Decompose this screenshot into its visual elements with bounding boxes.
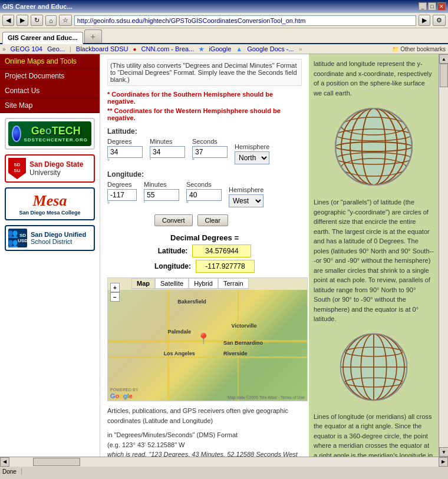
forward-button[interactable]: ▶ xyxy=(17,15,28,26)
lon-degree-symbol: ° xyxy=(107,201,137,207)
lat-hemisphere-select[interactable]: North South xyxy=(235,151,269,164)
map-label-victorville: Victorville xyxy=(232,323,257,329)
svg-text:SU: SU xyxy=(14,168,20,173)
latitude-label: Latitude: xyxy=(107,127,302,136)
bookmark-geog104[interactable]: GEOG 104 xyxy=(11,45,42,52)
decimal-title: Decimal Degrees = xyxy=(107,233,302,242)
map-tab-terrain[interactable]: Terrain xyxy=(218,278,249,289)
sidebar-item-project-docs[interactable]: Project Documents xyxy=(0,69,100,84)
lat-degrees-input[interactable] xyxy=(107,146,143,158)
zoom-out-button[interactable]: − xyxy=(110,292,120,302)
nav-bar: ◀ ▶ ↻ ⌂ ☆ ▶ ⚙ xyxy=(0,13,448,28)
lon-degrees-input[interactable] xyxy=(107,189,137,201)
status-text: Done xyxy=(2,468,22,475)
sidebar-item-site-map[interactable]: Site Map xyxy=(0,98,100,113)
bookmarks-bar: » GEOG 104 Geo... | Blackboard SDSU ● CN… xyxy=(0,44,448,54)
decimal-lon-row: Longitude: -117.927778 xyxy=(107,260,302,273)
convert-button[interactable]: Convert xyxy=(154,214,193,226)
scroll-right-button[interactable]: ▶ xyxy=(439,457,448,467)
longitude-label: Longitude: xyxy=(107,170,302,179)
bookmark-button[interactable]: ☆ xyxy=(59,15,72,26)
lat-minutes-label: Minutes xyxy=(150,138,185,145)
map-tab-map[interactable]: Map xyxy=(131,278,155,289)
globe-svg-1 xyxy=(330,103,418,191)
geotech-logo[interactable]: GeoTECH SDSTECHCENTER.ORG xyxy=(5,118,95,150)
h-scroll-track[interactable] xyxy=(9,457,439,467)
sidebar-item-contact-us[interactable]: Contact Us xyxy=(0,84,100,98)
scroll-up-button[interactable]: ▲ xyxy=(439,54,448,64)
map-label-palmdale: Palmdale xyxy=(167,329,191,335)
sdsu-text: San Diego State University xyxy=(29,160,83,177)
sidebar: Online Maps and Tools Project Documents … xyxy=(0,54,100,457)
address-bar[interactable] xyxy=(74,15,416,26)
longitude-inputs: Degrees ° Minutes ' Seconds " xyxy=(107,181,302,207)
decimal-section: Decimal Degrees = Latitude: 34.576944 Lo… xyxy=(107,233,302,273)
decimal-lat-label: Latitude: xyxy=(158,247,188,255)
lon-minutes-input[interactable] xyxy=(144,189,179,201)
latitude-section: Latitude: Degrees ° Minutes ' Seconds xyxy=(107,127,302,164)
scroll-thumb[interactable] xyxy=(440,64,448,87)
globe-svg-2 xyxy=(335,329,412,405)
sidebar-item-online-maps[interactable]: Online Maps and Tools xyxy=(0,54,100,69)
bookmark-geo[interactable]: Geo... xyxy=(47,45,65,52)
close-button[interactable]: ✕ xyxy=(437,2,446,11)
geotech-logo-inner: GeoTECH SDSTECHCENTER.ORG xyxy=(8,121,91,146)
back-button[interactable]: ◀ xyxy=(2,15,14,26)
tools-button[interactable]: ⚙ xyxy=(433,15,446,26)
decimal-lon-label: Longitude: xyxy=(154,262,191,270)
tab-active[interactable]: GIS Career and Educ... xyxy=(2,32,83,44)
scroll-down-button[interactable]: ▼ xyxy=(439,447,448,457)
lon-minutes-symbol: ' xyxy=(144,201,179,207)
tab-new[interactable]: + xyxy=(84,29,102,43)
bookmark-blackboard[interactable]: Blackboard SDSU xyxy=(76,45,129,52)
map-label-bakersfield: Bakersfield xyxy=(177,299,206,305)
clear-button[interactable]: Clear xyxy=(197,214,228,226)
powered-by: POWERED BY Google xyxy=(110,387,138,399)
zoom-in-button[interactable]: + xyxy=(110,283,120,292)
mesa-subtext: San Diego Mesa College xyxy=(9,210,90,216)
lon-hemisphere-select[interactable]: West East xyxy=(229,194,263,207)
go-button[interactable]: ▶ xyxy=(419,15,430,26)
sdusd-logo[interactable]: 👥👥 SDUSD San Diego Unified School Distri… xyxy=(5,225,95,251)
map-label-la: Los Angeles xyxy=(164,351,195,356)
main-content: (This utility also converts "Degrees and… xyxy=(100,54,448,457)
scroll-left-button[interactable]: ◀ xyxy=(0,457,9,467)
h-scroll-thumb[interactable] xyxy=(33,458,80,466)
lon-minutes-label: Minutes xyxy=(144,181,179,188)
lon-seconds-symbol: " xyxy=(186,201,222,207)
map-image[interactable]: Bakersfield Victorville Palmdale Los Ang… xyxy=(108,290,307,401)
geotech-globe-icon xyxy=(12,125,21,142)
lon-seconds-input[interactable] xyxy=(186,189,222,201)
mesa-text: Mesa xyxy=(9,192,90,210)
bookmark-gdocs[interactable]: Google Docs -... xyxy=(247,45,294,52)
lat-degrees-label: Degrees xyxy=(107,138,143,145)
scroll-track[interactable] xyxy=(439,64,448,447)
map-tab-satellite[interactable]: Satellite xyxy=(155,278,189,289)
refresh-button[interactable]: ↻ xyxy=(31,15,43,26)
sdsu-logo[interactable]: SD SU San Diego State University xyxy=(5,154,95,183)
globe-1-container xyxy=(314,103,434,193)
decimal-lat-row: Latitude: 34.576944 xyxy=(107,245,302,257)
decimal-lat-value: 34.576944 xyxy=(192,245,251,257)
latitude-inputs: Degrees ° Minutes ' Seconds " xyxy=(107,138,302,164)
warning-text-2: ** Coordinates for the Western Hempishph… xyxy=(107,107,302,121)
map-zoom-controls: + − xyxy=(110,283,120,302)
lat-seconds-input[interactable] xyxy=(192,146,228,158)
right-panel-text2: Lines (or "parallels") of latitude (the … xyxy=(314,197,434,324)
bookmark-cnn[interactable]: CNN.com - Brea... xyxy=(141,45,195,52)
status-bar: Done xyxy=(0,466,448,477)
maximize-button[interactable]: □ xyxy=(428,2,436,11)
map-label-sb: San Bernardino xyxy=(223,340,263,346)
home-button[interactable]: ⌂ xyxy=(45,15,57,26)
lat-seconds-group: Seconds " xyxy=(192,138,228,164)
bookmark-igoogle[interactable]: iGoogle xyxy=(209,45,231,52)
lon-minutes-group: Minutes ' xyxy=(144,181,179,207)
lat-minutes-symbol: ' xyxy=(150,158,185,164)
mesa-logo[interactable]: Mesa San Diego Mesa College xyxy=(5,187,95,220)
decimal-lon-value: -117.927778 xyxy=(196,260,255,273)
lon-seconds-label: Seconds xyxy=(186,181,222,188)
minimize-button[interactable]: _ xyxy=(419,2,427,11)
lat-minutes-input[interactable] xyxy=(150,146,185,158)
map-tab-hybrid[interactable]: Hybrid xyxy=(189,278,218,289)
longitude-section: Longitude: Degrees ° Minutes ' Seconds xyxy=(107,170,302,207)
